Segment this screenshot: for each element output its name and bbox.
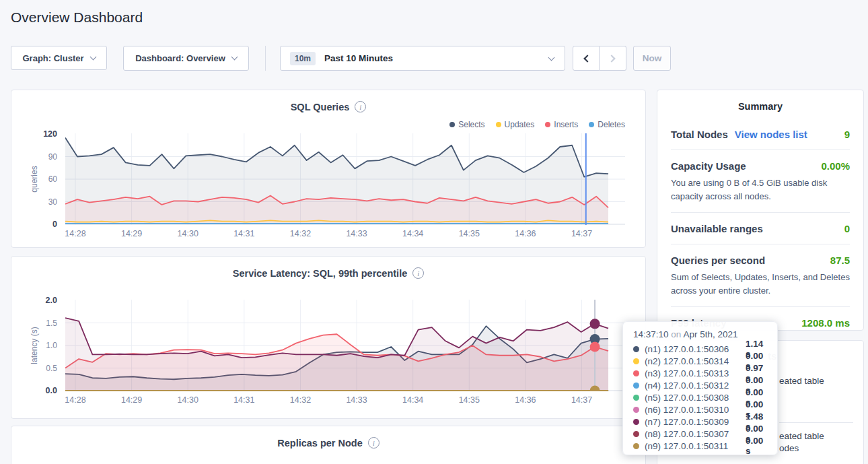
x-tick-label: 14:37 <box>571 229 592 238</box>
x-tick-label: 14:34 <box>402 395 423 405</box>
chevron-down-icon <box>89 53 96 60</box>
legend-item-inserts[interactable]: Inserts <box>545 120 578 129</box>
event-item-fragment: eated table <box>779 431 824 441</box>
event-item-fragment: eated table <box>779 376 824 386</box>
qps-subtext: Sum of Selects, Updates, Inserts, and De… <box>671 271 850 297</box>
x-tick-label: 14:35 <box>459 395 480 405</box>
info-icon[interactable]: i <box>355 101 366 112</box>
chevron-down-icon <box>231 54 238 61</box>
time-range-selector[interactable]: 10m Past 10 Minutes <box>280 46 565 71</box>
sql-x-ticks: 14:2814:2914:3014:3114:3214:3314:3414:35… <box>65 225 625 241</box>
x-tick-label: 14:29 <box>121 395 142 405</box>
p99-latency-value: 1208.0 ms <box>801 317 850 329</box>
x-tick-label: 14:28 <box>65 395 85 405</box>
tooltip-row-n9: (n9) 127.0.0.1:503110.00 s <box>633 440 768 452</box>
x-tick-label: 14:35 <box>459 229 480 238</box>
controls-divider <box>265 46 266 71</box>
chevron-left-icon <box>583 55 591 62</box>
x-tick-label: 14:33 <box>346 395 367 405</box>
inserts-dot-icon <box>545 122 550 127</box>
x-tick-label: 14:31 <box>233 395 254 405</box>
y-tick-label: 0 <box>52 220 57 229</box>
chevron-down-icon <box>548 54 555 61</box>
sql-queries-legend: Selects Updates Inserts Deletes <box>449 120 625 129</box>
latency-y-ticks: 0.00.51.01.52.0 <box>22 300 61 391</box>
x-tick-label: 14:32 <box>290 229 311 238</box>
x-tick-label: 14:36 <box>515 395 536 405</box>
info-icon[interactable]: i <box>368 437 379 449</box>
view-nodes-list-link[interactable]: View nodes list <box>735 129 807 140</box>
node-dot-icon <box>633 431 639 437</box>
summary-row-total-nodes: Total Nodes View nodes list 9 <box>671 119 850 150</box>
legend-item-deletes[interactable]: Deletes <box>589 120 625 129</box>
graph-scope-label: Graph: Cluster <box>22 53 83 63</box>
time-nav-group <box>573 46 626 71</box>
y-tick-label: 90 <box>48 152 57 162</box>
sql-queries-card: SQL Queries i Selects Updates Inserts De… <box>11 90 646 248</box>
unavailable-ranges-value: 0 <box>844 223 850 234</box>
time-range-badge: 10m <box>290 52 316 65</box>
summary-row-unavailable: Unavailable ranges 0 <box>671 213 850 244</box>
replicas-title: Replicas per Node <box>277 438 363 449</box>
x-tick-label: 14:31 <box>233 229 254 238</box>
service-latency-card: Service Latency: SQL, 99th percentile i … <box>11 256 646 419</box>
latency-x-ticks: 14:2814:2914:3014:3114:3214:3314:3414:35… <box>65 391 625 407</box>
node-dot-icon <box>633 443 639 449</box>
x-tick-label: 14:34 <box>402 229 423 238</box>
time-range-label: Past 10 Minutes <box>324 53 393 63</box>
updates-dot-icon <box>496 122 501 127</box>
time-next-button[interactable] <box>600 46 626 71</box>
event-item-fragment: odes <box>779 443 799 453</box>
node-dot-icon <box>633 370 639 376</box>
dashboard-dropdown[interactable]: Dashboard: Overview <box>123 46 249 71</box>
sql-queries-plot[interactable] <box>65 133 625 225</box>
node-dot-icon <box>633 383 639 389</box>
node-dot-icon <box>633 407 639 413</box>
page-title: Overview Dashboard <box>11 9 143 26</box>
capacity-usage-subtext: You are using 0 B of 4.5 GiB usable disk… <box>671 176 850 203</box>
time-prev-button[interactable] <box>573 46 600 71</box>
summary-row-qps: Queries per second 87.5 Sum of Selects, … <box>671 244 850 307</box>
y-tick-label: 30 <box>48 197 57 207</box>
y-tick-label: 2.0 <box>46 296 57 305</box>
selects-dot-icon <box>449 122 455 127</box>
node-dot-icon <box>633 358 639 364</box>
summary-title: Summary <box>671 101 850 112</box>
x-tick-label: 14:30 <box>178 395 198 405</box>
x-tick-label: 14:37 <box>571 395 592 405</box>
capacity-usage-value: 0.00% <box>821 160 850 172</box>
summary-panel: Summary Total Nodes View nodes list 9 Ca… <box>657 90 864 331</box>
y-tick-label: 0.0 <box>46 386 57 395</box>
legend-item-selects[interactable]: Selects <box>449 120 484 129</box>
x-tick-label: 14:29 <box>121 229 142 238</box>
tooltip-timestamp: 14:37:10 on Apr 5th, 2021 <box>633 329 768 339</box>
deletes-dot-icon <box>589 122 594 127</box>
summary-row-capacity: Capacity Usage 0.00% You are using 0 B o… <box>671 150 850 213</box>
x-tick-label: 14:36 <box>515 229 536 238</box>
x-tick-label: 14:33 <box>346 229 367 238</box>
sql-queries-title: SQL Queries <box>291 102 350 112</box>
x-tick-label: 14:30 <box>178 229 198 238</box>
x-tick-label: 14:28 <box>65 229 85 238</box>
graph-scope-dropdown[interactable]: Graph: Cluster <box>11 46 107 70</box>
events-divider <box>779 422 853 423</box>
node-dot-icon <box>633 419 639 425</box>
legend-item-updates[interactable]: Updates <box>496 120 535 129</box>
qps-value: 87.5 <box>830 255 850 266</box>
y-tick-label: 0.5 <box>46 364 57 373</box>
now-button[interactable]: Now <box>633 46 671 71</box>
node-dot-icon <box>633 346 639 352</box>
info-icon[interactable]: i <box>412 267 424 279</box>
y-tick-label: 120 <box>43 129 57 139</box>
service-latency-plot[interactable] <box>65 300 625 391</box>
chevron-right-icon <box>608 55 615 62</box>
y-tick-label: 1.0 <box>46 341 57 350</box>
replicas-per-node-card: Replicas per Node i <box>11 426 646 464</box>
node-dot-icon <box>633 395 639 401</box>
sql-y-ticks: 0306090120 <box>22 133 61 225</box>
total-nodes-value: 9 <box>844 129 850 140</box>
x-tick-label: 14:32 <box>290 395 311 405</box>
service-latency-title: Service Latency: SQL, 99th percentile <box>233 268 408 279</box>
y-tick-label: 60 <box>48 174 57 184</box>
chart-hover-tooltip: 14:37:10 on Apr 5th, 2021 (n1) 127.0.0.1… <box>622 321 778 455</box>
